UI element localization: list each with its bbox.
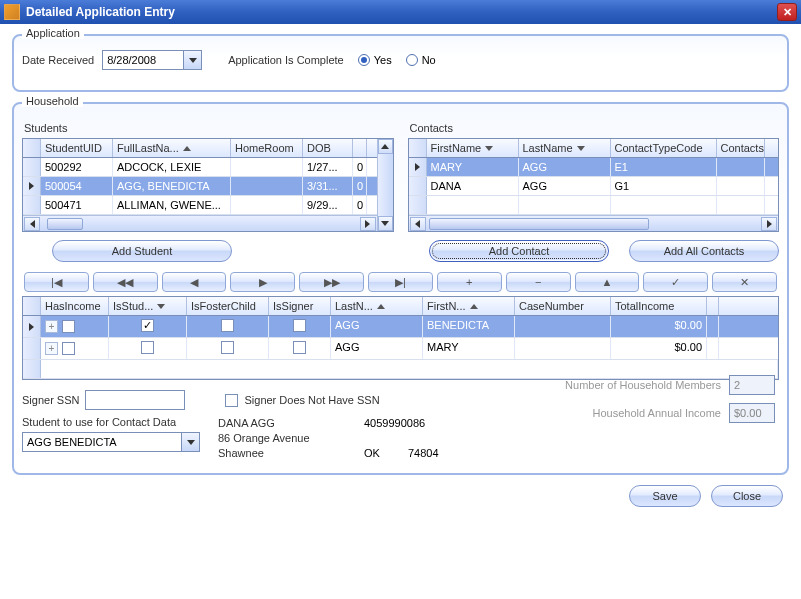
col-lastname[interactable]: LastName	[519, 139, 611, 157]
col-contacts-extra[interactable]: Contacts	[717, 139, 765, 157]
students-vscroll[interactable]	[377, 139, 393, 231]
col-isstudent[interactable]: IsStud...	[109, 297, 187, 315]
isfoster-checkbox[interactable]	[221, 319, 234, 332]
scroll-up-icon[interactable]	[378, 139, 393, 154]
nav-add-button[interactable]: +	[437, 272, 502, 292]
members-grid[interactable]: HasIncome IsStud... IsFosterChild IsSign…	[22, 296, 779, 380]
num-members-label: Number of Household Members	[565, 379, 721, 391]
signer-no-ssn-checkbox[interactable]	[225, 394, 238, 407]
sort-icon	[157, 304, 165, 309]
nav-nextpage-button[interactable]: ▶▶	[299, 272, 364, 292]
scroll-thumb[interactable]	[47, 218, 83, 230]
date-dropdown-icon[interactable]	[183, 51, 201, 69]
add-all-contacts-button[interactable]: Add All Contacts	[629, 240, 779, 262]
contacts-hscroll[interactable]	[409, 215, 779, 231]
annual-income-field	[729, 403, 775, 423]
scroll-right-icon[interactable]	[360, 217, 376, 231]
student-for-contact-label: Student to use for Contact Data	[22, 416, 200, 428]
signer-ssn-label: Signer SSN	[22, 394, 79, 406]
col-studentuid[interactable]: StudentUID	[41, 139, 113, 157]
table-row[interactable]: 500292 ADCOCK, LEXIE 1/27... 0	[23, 158, 377, 177]
table-row-empty	[409, 196, 779, 215]
nav-next-button[interactable]: ▶	[230, 272, 295, 292]
contacts-title: Contacts	[410, 122, 780, 134]
hasincome-checkbox[interactable]	[62, 342, 75, 355]
scroll-right-icon[interactable]	[761, 217, 777, 231]
signer-no-ssn-label: Signer Does Not Have SSN	[244, 394, 379, 406]
sort-asc-icon	[577, 146, 585, 151]
col-dob[interactable]: DOB	[303, 139, 353, 157]
table-row[interactable]: MARY AGG E1	[409, 158, 779, 177]
nav-prev-button[interactable]: ◀	[162, 272, 227, 292]
application-group: Application Date Received Application Is…	[12, 34, 789, 92]
record-navigator: |◀ ◀◀ ◀ ▶ ▶▶ ▶| + − ▲ ✓ ✕	[22, 272, 779, 292]
scroll-thumb[interactable]	[429, 218, 649, 230]
scroll-left-icon[interactable]	[410, 217, 426, 231]
table-row[interactable]: DANA AGG G1	[409, 177, 779, 196]
col-casenumber[interactable]: CaseNumber	[515, 297, 611, 315]
signer-ssn-input[interactable]	[85, 390, 185, 410]
expand-icon[interactable]: +	[45, 342, 58, 355]
col-lastname[interactable]: LastN...	[331, 297, 423, 315]
hasincome-checkbox[interactable]	[62, 320, 75, 333]
student-for-contact-input[interactable]	[23, 433, 181, 451]
contact-city: Shawnee	[218, 446, 358, 461]
contact-state: OK	[364, 446, 380, 461]
chevron-down-icon[interactable]	[181, 433, 199, 451]
date-received-label: Date Received	[22, 54, 94, 66]
complete-label: Application Is Complete	[228, 54, 344, 66]
nav-delete-button[interactable]: −	[506, 272, 571, 292]
add-contact-button[interactable]: Add Contact	[429, 240, 609, 262]
contacts-grid[interactable]: FirstName LastName ContactTypeCode Conta…	[408, 138, 780, 232]
col-isfoster[interactable]: IsFosterChild	[187, 297, 269, 315]
col-firstname[interactable]: FirstName	[427, 139, 519, 157]
save-button[interactable]: Save	[629, 485, 701, 507]
household-group-title: Household	[22, 95, 83, 107]
nav-edit-button[interactable]: ▲	[575, 272, 640, 292]
complete-yes-radio[interactable]: Yes	[358, 54, 392, 66]
col-totalincome[interactable]: TotalIncome	[611, 297, 707, 315]
sort-asc-icon	[485, 146, 493, 151]
table-row[interactable]: + AGG BENEDICTA $0.00	[23, 316, 778, 338]
contact-street: 86 Orange Avenue	[218, 431, 358, 446]
date-received-input[interactable]	[103, 51, 183, 69]
sort-asc-icon	[183, 146, 191, 151]
application-group-title: Application	[22, 27, 84, 39]
date-received-field[interactable]	[102, 50, 202, 70]
isfoster-checkbox[interactable]	[221, 341, 234, 354]
col-homeroom[interactable]: HomeRoom	[231, 139, 303, 157]
num-members-field	[729, 375, 775, 395]
student-for-contact-combo[interactable]	[22, 432, 200, 452]
col-fullname[interactable]: FullLastNa...	[113, 139, 231, 157]
nav-prevpage-button[interactable]: ◀◀	[93, 272, 158, 292]
col-contacttype[interactable]: ContactTypeCode	[611, 139, 717, 157]
radio-icon	[358, 54, 370, 66]
expand-icon[interactable]: +	[45, 320, 58, 333]
col-hasincome[interactable]: HasIncome	[41, 297, 109, 315]
annual-income-label: Household Annual Income	[593, 407, 721, 419]
issigner-checkbox[interactable]	[293, 319, 306, 332]
close-icon[interactable]: ✕	[777, 3, 797, 21]
nav-first-button[interactable]: |◀	[24, 272, 89, 292]
col-firstname[interactable]: FirstN...	[423, 297, 515, 315]
contact-zip: 74804	[408, 446, 439, 461]
isstudent-checkbox[interactable]	[141, 319, 154, 332]
contact-name: DANA AGG	[218, 416, 358, 431]
nav-ok-button[interactable]: ✓	[643, 272, 708, 292]
issigner-checkbox[interactable]	[293, 341, 306, 354]
scroll-left-icon[interactable]	[24, 217, 40, 231]
scroll-down-icon[interactable]	[378, 216, 393, 231]
close-button[interactable]: Close	[711, 485, 783, 507]
students-grid[interactable]: StudentUID FullLastNa... HomeRoom DOB 50…	[22, 138, 394, 232]
table-row[interactable]: 500054 AGG, BENEDICTA 3/31... 0	[23, 177, 377, 196]
table-row[interactable]: 500471 ALLIMAN, GWENE... 9/29... 0	[23, 196, 377, 215]
nav-cancel-button[interactable]: ✕	[712, 272, 777, 292]
col-issigner[interactable]: IsSigner	[269, 297, 331, 315]
row-pointer-icon	[415, 163, 420, 171]
complete-no-radio[interactable]: No	[406, 54, 436, 66]
isstudent-checkbox[interactable]	[141, 341, 154, 354]
nav-last-button[interactable]: ▶|	[368, 272, 433, 292]
students-hscroll[interactable]	[23, 215, 377, 231]
add-student-button[interactable]: Add Student	[52, 240, 232, 262]
table-row[interactable]: + AGG MARY $0.00	[23, 338, 778, 360]
